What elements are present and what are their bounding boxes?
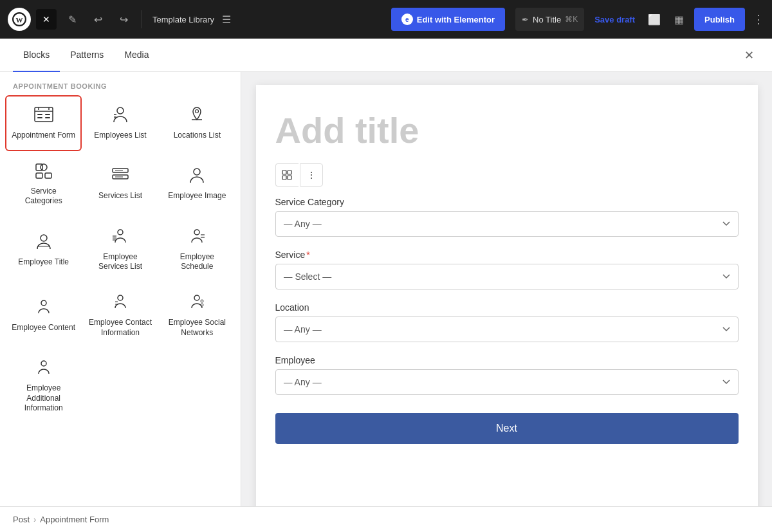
sidebar-item-locations-list[interactable]: Locations List bbox=[159, 95, 235, 151]
svg-point-13 bbox=[196, 110, 199, 113]
form-container: Service Category — Any — Service* — Sele… bbox=[256, 197, 758, 444]
sidebar-item-employees-list[interactable]: Employees List bbox=[82, 95, 158, 151]
tab-patterns[interactable]: Patterns bbox=[60, 39, 114, 72]
undo-button[interactable]: ↩ bbox=[87, 9, 108, 30]
screen-icon[interactable]: ⬜ bbox=[648, 14, 661, 26]
content-area: Add title ⋮ Service Category bbox=[241, 72, 772, 532]
close-button[interactable]: ✕ bbox=[36, 9, 57, 30]
save-draft-button[interactable]: Save draft bbox=[589, 15, 640, 24]
svg-rect-8 bbox=[45, 114, 50, 115]
sidebar-item-employee-image[interactable]: Employee Image bbox=[159, 151, 235, 217]
employee-label: Employee bbox=[275, 355, 739, 365]
edit-icon[interactable]: ✎ bbox=[62, 9, 82, 30]
block-type-button[interactable] bbox=[275, 163, 299, 187]
breadcrumb-current: Appointment Form bbox=[40, 515, 109, 524]
svg-point-40 bbox=[41, 361, 46, 366]
service-select[interactable]: — Select — bbox=[275, 264, 739, 289]
svg-rect-44 bbox=[288, 176, 291, 179]
svg-rect-43 bbox=[282, 176, 286, 179]
block-more-options-button[interactable]: ⋮ bbox=[300, 163, 323, 187]
svg-rect-6 bbox=[37, 114, 42, 115]
sidebar-item-label-employee-image: Employee Image bbox=[168, 191, 226, 201]
sidebar-item-service-categories[interactable]: Service Categories bbox=[5, 151, 82, 217]
required-indicator: * bbox=[306, 250, 309, 260]
menu-icon[interactable]: ☰ bbox=[222, 14, 231, 26]
next-button[interactable]: Next bbox=[275, 413, 739, 444]
tab-blocks[interactable]: Blocks bbox=[13, 39, 60, 72]
sidebar-item-employee-services-list[interactable]: Employee Services List bbox=[82, 217, 158, 282]
shortcut-label: ⌘K bbox=[565, 15, 578, 24]
sidebar-item-employee-contact-info[interactable]: Employee Contact Information bbox=[82, 282, 158, 348]
pen-icon: ✒ bbox=[522, 15, 529, 24]
employees-list-icon bbox=[110, 105, 131, 127]
page-canvas: Add title ⋮ Service Category bbox=[256, 85, 758, 522]
svg-rect-42 bbox=[288, 170, 291, 174]
sidebar-item-employee-social[interactable]: Employee Social Networks bbox=[159, 282, 235, 348]
sidebar-section-title: APPOINTMENT BOOKING bbox=[0, 72, 241, 95]
svg-point-16 bbox=[41, 164, 47, 170]
svg-rect-17 bbox=[36, 173, 42, 178]
no-title-area: ✒ No Title ⌘K bbox=[515, 8, 584, 31]
add-title-text[interactable]: Add title bbox=[275, 111, 739, 151]
publish-button[interactable]: Publish bbox=[694, 8, 745, 31]
svg-rect-7 bbox=[37, 117, 42, 118]
sidebar-item-employee-content[interactable]: Employee Content bbox=[5, 282, 82, 348]
sidebar-item-services-list[interactable]: Services List bbox=[82, 151, 158, 217]
sidebar-item-label-employee-contact-info: Employee Contact Information bbox=[88, 318, 152, 338]
breadcrumb-bar: Post › Appointment Form bbox=[0, 506, 772, 532]
service-label: Service* bbox=[275, 250, 739, 260]
no-title-label: No Title bbox=[533, 15, 561, 24]
location-field: Location — Any — bbox=[275, 302, 739, 342]
svg-rect-18 bbox=[45, 173, 51, 178]
svg-rect-9 bbox=[45, 117, 50, 118]
sidebar-item-label-employee-additional: Employee Additional Information bbox=[12, 383, 75, 414]
svg-rect-41 bbox=[282, 170, 286, 174]
services-list-icon bbox=[110, 166, 131, 187]
sidebar-item-employee-title[interactable]: Employee Title bbox=[5, 217, 82, 282]
appointment-form-icon bbox=[33, 105, 54, 127]
service-category-label: Service Category bbox=[275, 197, 739, 207]
layout-icon[interactable]: ▦ bbox=[668, 9, 689, 30]
redo-button[interactable]: ↪ bbox=[113, 9, 134, 30]
sidebar-item-label-employees-list: Employees List bbox=[94, 131, 146, 141]
sidebar-item-employee-additional[interactable]: Employee Additional Information bbox=[5, 348, 82, 424]
divider bbox=[142, 10, 142, 28]
svg-point-30 bbox=[194, 230, 199, 235]
svg-point-10 bbox=[117, 107, 124, 114]
svg-point-26 bbox=[118, 230, 123, 235]
main-layout: APPOINTMENT BOOKING Appointm bbox=[0, 72, 772, 532]
sidebar-item-label-employee-title: Employee Title bbox=[18, 257, 69, 268]
sidebar-item-label-appointment-form: Appointment Form bbox=[12, 131, 75, 141]
employee-image-icon bbox=[187, 166, 207, 187]
tab-media[interactable]: Media bbox=[114, 39, 159, 72]
svg-text:W: W bbox=[16, 16, 23, 24]
topbar: W ✕ ✎ ↩ ↪ Template Library ☰ e Edit with… bbox=[0, 0, 772, 39]
svg-point-23 bbox=[194, 169, 200, 175]
edit-with-elementor-button[interactable]: e Edit with Elementor bbox=[391, 8, 505, 31]
sidebar-item-label-employee-social: Employee Social Networks bbox=[165, 318, 229, 338]
close-panel-button[interactable]: ✕ bbox=[739, 45, 759, 66]
sidebar-item-appointment-form[interactable]: Appointment Form bbox=[5, 95, 82, 151]
svg-point-24 bbox=[41, 235, 47, 241]
employee-select[interactable]: — Any — bbox=[275, 369, 739, 395]
employee-services-list-icon bbox=[110, 227, 131, 248]
employee-additional-icon bbox=[33, 358, 54, 380]
service-category-field: Service Category — Any — bbox=[275, 197, 739, 237]
locations-list-icon bbox=[187, 105, 207, 127]
sidebar-item-label-locations-list: Locations List bbox=[174, 131, 221, 141]
sidebar-item-label-employee-schedule: Employee Schedule bbox=[165, 252, 229, 272]
sidebar-item-label-service-categories: Service Categories bbox=[12, 187, 75, 206]
location-select[interactable]: — Any — bbox=[275, 316, 739, 342]
location-label: Location bbox=[275, 302, 739, 313]
service-category-select[interactable]: — Any — bbox=[275, 211, 739, 237]
more-options-icon[interactable]: ⋮ bbox=[753, 12, 764, 26]
sidebar-item-label-employee-content: Employee Content bbox=[12, 323, 75, 333]
service-field: Service* — Select — bbox=[275, 250, 739, 289]
svg-point-34 bbox=[118, 295, 123, 300]
breadcrumb-separator: › bbox=[33, 515, 36, 524]
employee-field: Employee — Any — bbox=[275, 355, 739, 395]
sidebar-item-employee-schedule[interactable]: Employee Schedule bbox=[159, 217, 235, 282]
employee-title-icon bbox=[33, 232, 54, 253]
employee-schedule-icon bbox=[187, 227, 207, 248]
sidebar-item-label-employee-services-list: Employee Services List bbox=[88, 252, 152, 272]
